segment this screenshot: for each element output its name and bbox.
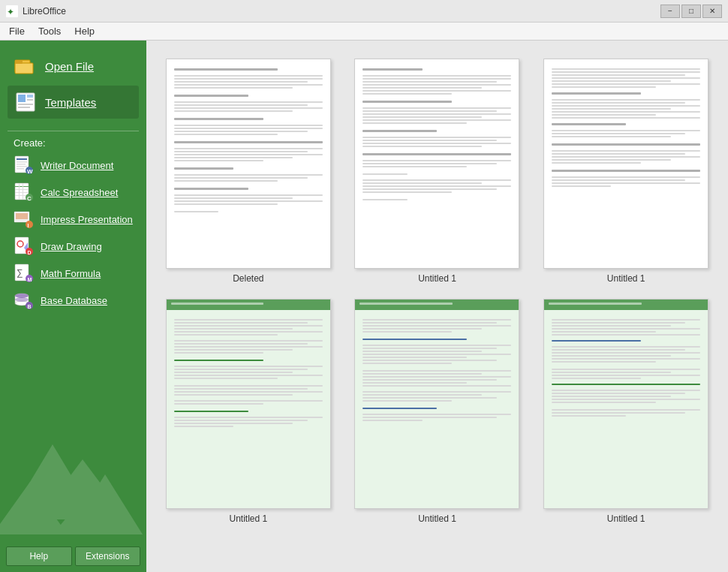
sidebar-footer: Help Extensions: [0, 540, 146, 572]
templates-icon: [14, 90, 38, 114]
svg-text:W: W: [27, 168, 33, 175]
menu-bar: File Tools Help: [0, 23, 728, 41]
svg-rect-13: [17, 161, 27, 163]
content-area[interactable]: Deleted: [146, 41, 728, 572]
svg-point-31: [26, 221, 33, 228]
open-file-label: Open File: [45, 60, 94, 73]
menu-tools[interactable]: Tools: [32, 24, 67, 38]
sidebar-divider: [8, 131, 139, 131]
thumb-content-2: [361, 65, 513, 203]
svg-rect-4: [15, 60, 23, 64]
doc-label-6: Untitled 1: [607, 513, 645, 524]
thumb-content-4: [173, 316, 324, 430]
svg-text:I: I: [28, 223, 29, 228]
svg-rect-30: [16, 213, 28, 219]
math-icon: ∑ M: [14, 263, 33, 283]
svg-marker-50: [38, 459, 128, 519]
doc-thumbnail-2: [354, 59, 519, 269]
menu-help[interactable]: Help: [68, 24, 101, 38]
svg-rect-9: [18, 104, 33, 105]
doc-thumbnail-3: [543, 59, 708, 269]
thumb-content-1: [173, 65, 324, 215]
svg-rect-22: [15, 192, 29, 193]
doc-thumbnail-6: [543, 299, 708, 509]
templates-label: Templates: [45, 96, 96, 109]
minimize-button[interactable]: −: [660, 5, 680, 18]
doc-thumbnail-5: [354, 299, 519, 509]
svg-text:D: D: [28, 250, 32, 255]
app-icon: ✦: [6, 5, 18, 17]
svg-rect-25: [23, 183, 23, 200]
window-controls: − □ ✕: [660, 5, 722, 18]
impress-icon: I: [14, 209, 33, 229]
document-item-2[interactable]: Untitled 1: [350, 59, 525, 284]
doc-label-2: Untitled 1: [418, 273, 456, 284]
svg-marker-49: [8, 444, 98, 519]
calc-icon: C: [14, 182, 33, 202]
svg-rect-15: [17, 166, 27, 167]
sidebar-item-impress-label: Impress Presentation: [41, 214, 133, 225]
svg-rect-20: [15, 186, 29, 187]
sidebar-item-impress[interactable]: I Impress Presentation: [0, 206, 146, 233]
close-button[interactable]: ✕: [702, 5, 722, 18]
sidebar-item-base-label: Base Database: [41, 295, 107, 306]
templates-button[interactable]: Templates: [8, 86, 139, 119]
doc-label-5: Untitled 1: [418, 513, 456, 524]
svg-text:M: M: [28, 277, 32, 282]
thumb-content-5: [361, 316, 513, 424]
svg-rect-3: [15, 63, 33, 74]
svg-rect-14: [17, 164, 26, 165]
sidebar-item-calc-label: Calc Spreadsheet: [41, 187, 118, 198]
svg-text:✦: ✦: [7, 7, 14, 17]
sidebar: Open File Templates Create:: [0, 41, 146, 572]
maximize-button[interactable]: □: [681, 5, 701, 18]
svg-rect-8: [27, 99, 33, 101]
svg-text:C: C: [27, 195, 32, 202]
help-button[interactable]: Help: [6, 546, 72, 566]
svg-point-46: [15, 297, 29, 302]
sidebar-item-base[interactable]: B Base Database: [0, 287, 146, 314]
svg-rect-21: [15, 189, 29, 190]
draw-icon: D: [14, 236, 33, 256]
sidebar-decoration: [0, 384, 143, 534]
svg-rect-6: [18, 95, 26, 102]
extensions-button[interactable]: Extensions: [75, 546, 141, 566]
open-file-button[interactable]: Open File: [8, 50, 139, 83]
document-item-1[interactable]: Deleted: [161, 59, 335, 284]
app-title: LibreOffice: [23, 6, 66, 17]
sidebar-top: Open File Templates: [0, 41, 146, 128]
sidebar-item-writer-label: Writer Document: [41, 160, 113, 171]
menu-file[interactable]: File: [3, 24, 31, 38]
doc-label-1: Deleted: [233, 273, 263, 284]
create-label: Create:: [0, 134, 146, 152]
open-file-icon: [14, 54, 38, 78]
main-container: Open File Templates Create:: [0, 41, 728, 572]
document-item-4[interactable]: Untitled 1: [161, 299, 335, 524]
svg-text:∑: ∑: [17, 267, 23, 278]
sidebar-item-writer[interactable]: W Writer Document: [0, 152, 146, 179]
writer-icon: W: [14, 155, 33, 175]
document-item-3[interactable]: Untitled 1: [539, 59, 713, 284]
svg-marker-53: [68, 474, 143, 534]
sidebar-item-calc[interactable]: C Calc Spreadsheet: [0, 179, 146, 206]
sidebar-item-math[interactable]: ∑ M Math Formula: [0, 260, 146, 287]
doc-thumbnail-4: [166, 299, 331, 509]
svg-rect-24: [19, 183, 20, 200]
thumb-content-3: [550, 65, 702, 190]
base-icon: B: [14, 291, 33, 310]
svg-rect-7: [27, 95, 33, 98]
svg-marker-51: [0, 482, 68, 534]
doc-label-4: Untitled 1: [229, 513, 267, 524]
doc-label-3: Untitled 1: [607, 273, 645, 284]
svg-rect-16: [17, 168, 24, 170]
title-bar: ✦ LibreOffice − □ ✕: [0, 0, 728, 23]
svg-rect-12: [17, 158, 27, 160]
svg-text:B: B: [28, 304, 32, 309]
doc-thumbnail-1: [166, 59, 331, 269]
document-item-5[interactable]: Untitled 1: [350, 299, 525, 524]
document-grid: Deleted: [155, 53, 719, 530]
sidebar-item-draw-label: Draw Drawing: [41, 241, 102, 252]
document-item-6[interactable]: Untitled 1: [539, 299, 713, 524]
svg-rect-10: [18, 107, 30, 108]
sidebar-item-draw[interactable]: D Draw Drawing: [0, 233, 146, 260]
